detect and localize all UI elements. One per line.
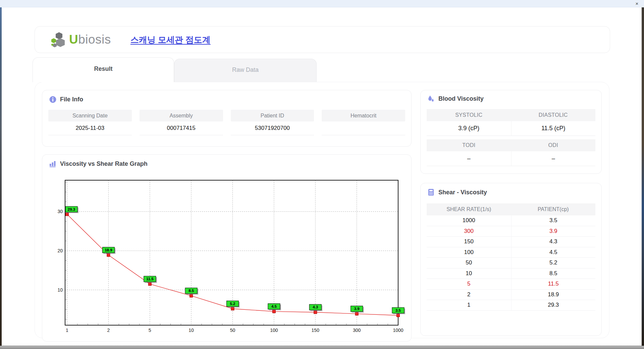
metric-value: 11.5 (cP) xyxy=(511,121,596,136)
patient-cp-cell: 11.5 xyxy=(511,279,596,289)
svg-text:3.9: 3.9 xyxy=(354,307,360,311)
shear-table-row: 505.2 xyxy=(427,258,595,268)
shear-table-row: 511.5 xyxy=(427,279,595,290)
patient-cp-cell: 5.2 xyxy=(511,258,596,268)
ubiosis-logo: Ubiosis xyxy=(50,31,111,48)
app-header: Ubiosis 스캐닝 모세관 점도계 xyxy=(35,26,610,53)
svg-text:100: 100 xyxy=(270,328,278,333)
window-titlebar: × xyxy=(0,0,644,7)
bar-chart-icon xyxy=(49,160,56,167)
window-bottom-edge xyxy=(0,346,644,349)
close-icon[interactable]: × xyxy=(634,1,640,7)
shear-rate-cell: 300 xyxy=(427,226,511,237)
svg-text:10: 10 xyxy=(189,328,194,333)
shear-table-header: SHEAR RATE(1/s) PATIENT(cp) xyxy=(427,203,595,215)
svg-text:50: 50 xyxy=(230,328,235,333)
patient-col-header: PATIENT(cp) xyxy=(511,203,596,215)
shear-rate-cell: 100 xyxy=(427,247,511,258)
svg-text:150: 150 xyxy=(312,328,320,333)
patient-cp-cell: 18.9 xyxy=(511,290,596,300)
svg-text:300: 300 xyxy=(353,328,361,333)
shear-rate-cell: 1 xyxy=(427,300,511,310)
desktop-edge-right xyxy=(642,7,644,349)
svg-text:4.3: 4.3 xyxy=(313,305,318,309)
shear-table: SHEAR RATE(1/s) PATIENT(cp) 10003.53003.… xyxy=(427,203,595,311)
metric-label: DIASTOLIC xyxy=(511,109,596,121)
svg-text:30: 30 xyxy=(57,209,63,214)
shear-table-row: 108.5 xyxy=(427,268,595,279)
app-title-korean: 스캐닝 모세관 점도계 xyxy=(130,34,211,45)
shear-table-row: 1504.3 xyxy=(427,237,595,247)
shear-rate-cell: 2 xyxy=(427,290,511,300)
shear-rate-cell: 1000 xyxy=(427,215,511,226)
logo-wordmark: Ubiosis xyxy=(69,33,111,47)
shear-table-row: 218.9 xyxy=(427,290,595,300)
blood-viscosity-title: Blood Viscosity xyxy=(438,95,484,102)
file-info-field: Patient ID53071920700 xyxy=(231,110,314,135)
metric-label: ODI xyxy=(511,139,596,151)
svg-text:5: 5 xyxy=(149,328,151,333)
app-window: × Ubiosis 스캐닝 모세관 점도계 Result Raw Data xyxy=(0,0,644,349)
tab-result[interactable]: Result xyxy=(33,57,174,82)
field-label: Patient ID xyxy=(231,110,314,121)
field-label: Scanning Date xyxy=(48,110,132,121)
svg-text:11.5: 11.5 xyxy=(146,277,154,281)
svg-text:10: 10 xyxy=(57,287,63,293)
field-value xyxy=(322,121,405,135)
viscosity-graph-card: Viscosity vs Shear Rate Graph 1020301251… xyxy=(42,154,412,342)
field-value: 53071920700 xyxy=(231,121,314,135)
shear-rate-cell: 5 xyxy=(427,279,511,289)
svg-text:1000: 1000 xyxy=(393,328,403,333)
shear-table-row: 1004.5 xyxy=(427,247,595,258)
svg-text:5.2: 5.2 xyxy=(230,302,235,306)
hexagon-cluster-logo-icon xyxy=(50,31,68,48)
shear-viscosity-card: Shear - Viscosity SHEAR RATE(1/s) PATIEN… xyxy=(420,183,602,336)
patient-cp-cell: 29.3 xyxy=(511,300,596,310)
svg-text:4.5: 4.5 xyxy=(271,304,277,308)
shear-rate-cell: 10 xyxy=(427,268,511,279)
metric-value: – xyxy=(427,151,511,166)
svg-text:8.5: 8.5 xyxy=(189,289,194,293)
desktop-edge-left xyxy=(0,7,2,349)
patient-cp-cell: 3.9 xyxy=(511,226,596,237)
svg-text:3.5: 3.5 xyxy=(395,308,401,312)
droplets-icon xyxy=(427,95,435,102)
svg-text:1: 1 xyxy=(66,328,68,333)
patient-cp-cell: 3.5 xyxy=(511,215,596,226)
patient-cp-cell: 4.5 xyxy=(511,247,596,258)
patient-cp-cell: 8.5 xyxy=(511,268,596,279)
blood-viscosity-card: Blood Viscosity SYSTOLICDIASTOLIC3.9 (cP… xyxy=(420,90,602,174)
field-value: 000717415 xyxy=(140,121,223,135)
file-info-fields: Scanning Date2025-11-03Assembly000717415… xyxy=(48,110,405,135)
shear-table-row: 129.3 xyxy=(427,300,595,311)
file-info-field: Assembly000717415 xyxy=(140,110,223,135)
shear-table-row: 10003.5 xyxy=(427,215,595,226)
calculator-icon xyxy=(427,189,435,196)
shear-col-header: SHEAR RATE(1/s) xyxy=(427,203,511,215)
file-info-card: File Info Scanning Date2025-11-03Assembl… xyxy=(42,90,412,147)
file-info-field: Hematocrit xyxy=(322,110,405,135)
metric-label: SYSTOLIC xyxy=(427,109,511,121)
metric-value: 3.9 (cP) xyxy=(427,121,511,136)
file-info-field: Scanning Date2025-11-03 xyxy=(48,110,132,135)
field-label: Assembly xyxy=(140,110,223,121)
field-value: 2025-11-03 xyxy=(48,121,132,135)
blood-viscosity-table: SYSTOLICDIASTOLIC3.9 (cP)11.5 (cP)TODIOD… xyxy=(427,109,595,166)
shear-viscosity-title: Shear - Viscosity xyxy=(438,189,487,196)
svg-text:20: 20 xyxy=(57,248,63,253)
metric-label: TODI xyxy=(427,139,511,151)
shear-rate-cell: 50 xyxy=(427,258,511,268)
svg-text:18.9: 18.9 xyxy=(105,248,112,252)
tab-raw-data[interactable]: Raw Data xyxy=(174,59,317,82)
metric-value: – xyxy=(511,151,596,166)
shear-rate-cell: 150 xyxy=(427,237,511,247)
viscosity-chart: 1020301251050100150300100029.318.911.58.… xyxy=(49,174,405,335)
field-label: Hematocrit xyxy=(322,110,405,121)
patient-cp-cell: 4.3 xyxy=(511,237,596,247)
svg-text:2: 2 xyxy=(107,328,110,333)
svg-text:29.3: 29.3 xyxy=(68,207,75,211)
info-icon xyxy=(49,96,56,103)
shear-table-row: 3003.9 xyxy=(427,226,595,237)
file-info-title: File Info xyxy=(60,96,83,103)
graph-title: Viscosity vs Shear Rate Graph xyxy=(60,160,148,167)
